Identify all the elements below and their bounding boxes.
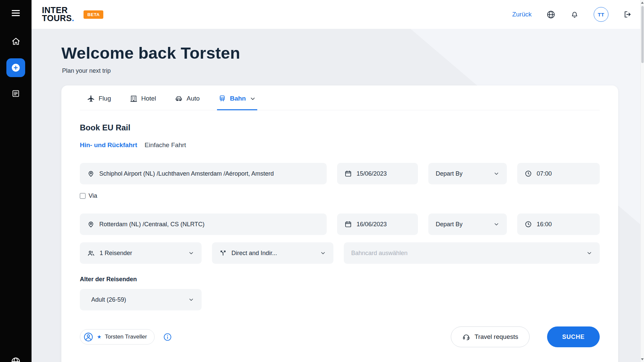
menu-button[interactable] xyxy=(11,8,21,18)
beta-badge: BETA xyxy=(84,10,103,19)
tab-bahn[interactable]: Bahn xyxy=(217,95,257,110)
tab-auto[interactable]: Auto xyxy=(173,95,201,110)
destination-value: Rotterdam (NL) /Centraal, CS (NLRTC) xyxy=(99,221,205,228)
home-icon xyxy=(11,37,20,46)
car-icon xyxy=(175,95,183,103)
search-button[interactable]: SUCHE xyxy=(547,326,600,347)
plane-icon xyxy=(87,95,95,103)
route-split-icon xyxy=(219,249,227,257)
content: Welcome back Torsten Plan your next trip… xyxy=(32,29,644,362)
card-footer: ★ Torsten Traveller Travel requests SUCH… xyxy=(80,326,600,347)
age-section-label: Alter der Reisenden xyxy=(80,276,600,283)
travellers-select[interactable]: 1 Reisender xyxy=(80,242,202,264)
notifications-button[interactable] xyxy=(570,10,579,19)
origin-value: Schiphol Airport (NL) /Luchthaven Amster… xyxy=(99,170,274,177)
logo-text-line2: TOURS. xyxy=(42,14,74,22)
headset-icon xyxy=(462,333,470,341)
outbound-time-value: 07:00 xyxy=(537,170,552,177)
chevron-down-icon xyxy=(188,250,194,256)
app-header: INTER TOURS. BETA Zurück TT xyxy=(32,0,644,29)
sidebar-item-bookings[interactable] xyxy=(11,89,20,98)
page-title: Welcome back Torsten xyxy=(61,44,644,62)
logo-dot: . xyxy=(72,13,74,23)
traveller-chip[interactable]: ★ Torsten Traveller xyxy=(80,329,155,345)
return-row: Rotterdam (NL) /Centraal, CS (NLRTC) 16/… xyxy=(80,214,600,235)
chevron-down-icon xyxy=(493,221,499,227)
connection-type-select[interactable]: Direct and Indir... xyxy=(212,242,333,264)
travellers-left: 1 Reisender xyxy=(87,249,132,257)
trip-type-roundtrip[interactable]: Hin- und Rückfahrt xyxy=(80,141,137,149)
return-time-field[interactable]: 16:00 xyxy=(517,214,600,235)
sidebar-item-new-trip[interactable] xyxy=(6,58,25,77)
section-title: Book EU Rail xyxy=(80,123,600,132)
location-pin-icon xyxy=(87,221,95,228)
via-row: Via xyxy=(80,192,600,199)
sidebar-item-home[interactable] xyxy=(11,37,20,46)
travellers-value: 1 Reisender xyxy=(100,250,132,257)
clock-icon xyxy=(525,221,532,228)
bell-icon xyxy=(570,10,579,19)
train-icon xyxy=(218,95,226,103)
chevron-down-icon xyxy=(493,171,499,177)
chevron-down-icon xyxy=(188,297,194,303)
tab-label: Auto xyxy=(186,95,200,102)
hotel-icon xyxy=(130,95,138,103)
chevron-down-icon xyxy=(320,250,326,256)
plus-circle-icon xyxy=(11,63,21,73)
calendar-icon xyxy=(344,221,352,228)
bahncard-placeholder: Bahncard auswählen xyxy=(351,250,408,257)
tab-flug[interactable]: Flug xyxy=(86,95,112,110)
scrollbar-up-arrow-icon[interactable] xyxy=(641,2,644,4)
travel-requests-label: Travel requests xyxy=(475,333,518,341)
booking-tabs: Flug Hotel Auto Bahn xyxy=(80,85,600,110)
header-actions: Zurück TT xyxy=(512,7,632,22)
traveller-chip-label: Torsten Traveller xyxy=(105,334,147,340)
logout-icon xyxy=(623,10,632,19)
return-time-value: 16:00 xyxy=(537,221,552,228)
trip-type-oneway[interactable]: Einfache Fahrt xyxy=(145,141,186,149)
via-label: Via xyxy=(89,192,97,199)
sidebar xyxy=(0,0,32,362)
outbound-time-field[interactable]: 07:00 xyxy=(517,163,600,184)
person-circle-icon xyxy=(83,332,94,342)
tab-label: Hotel xyxy=(141,95,156,102)
sidebar-item-language[interactable] xyxy=(11,357,21,362)
tab-label: Flug xyxy=(99,95,111,102)
return-date-field[interactable]: 16/06/2023 xyxy=(337,214,418,235)
hamburger-menu-icon xyxy=(11,8,21,18)
bahncard-select[interactable]: Bahncard auswählen xyxy=(344,242,600,264)
logo[interactable]: INTER TOURS. xyxy=(42,6,74,22)
origin-input[interactable]: Schiphol Airport (NL) /Luchthaven Amster… xyxy=(80,163,327,184)
avatar-initials: TT xyxy=(598,12,604,17)
back-link[interactable]: Zurück xyxy=(512,11,532,18)
outbound-row: Schiphol Airport (NL) /Luchthaven Amster… xyxy=(80,163,600,184)
return-date-value: 16/06/2023 xyxy=(357,221,387,228)
traveller-star: ★ xyxy=(97,334,101,340)
return-depart-by-select[interactable]: Depart By xyxy=(428,214,507,235)
main-area: INTER TOURS. BETA Zurück TT Welcome back… xyxy=(32,0,644,362)
age-select[interactable]: Adult (26-59) xyxy=(80,289,202,310)
language-button[interactable] xyxy=(546,10,555,19)
scrollbar-down-arrow-icon[interactable] xyxy=(641,358,644,360)
travellers-icon xyxy=(87,249,95,257)
page-subtitle: Plan your next trip xyxy=(62,67,644,74)
globe-icon xyxy=(546,10,555,19)
info-button[interactable] xyxy=(163,333,172,342)
tab-hotel[interactable]: Hotel xyxy=(128,95,157,110)
connection-value: Direct and Indir... xyxy=(231,250,277,257)
destination-input[interactable]: Rotterdam (NL) /Centraal, CS (NLRTC) xyxy=(80,214,327,235)
via-checkbox[interactable] xyxy=(80,193,86,199)
vertical-scrollbar[interactable] xyxy=(640,0,644,362)
logout-button[interactable] xyxy=(623,10,632,19)
chevron-down-icon xyxy=(250,96,256,102)
outbound-depart-by-select[interactable]: Depart By xyxy=(428,163,507,184)
avatar[interactable]: TT xyxy=(594,7,608,22)
travel-requests-button[interactable]: Travel requests xyxy=(451,326,530,347)
options-row: 1 Reisender Direct and Indir... Bahncard… xyxy=(80,242,600,264)
outbound-date-field[interactable]: 15/06/2023 xyxy=(337,163,418,184)
globe-icon xyxy=(11,357,21,362)
chevron-down-icon xyxy=(586,250,592,256)
outbound-date-value: 15/06/2023 xyxy=(357,170,387,177)
scrollbar-thumb[interactable] xyxy=(641,6,644,63)
return-depart-by-value: Depart By xyxy=(436,221,463,228)
